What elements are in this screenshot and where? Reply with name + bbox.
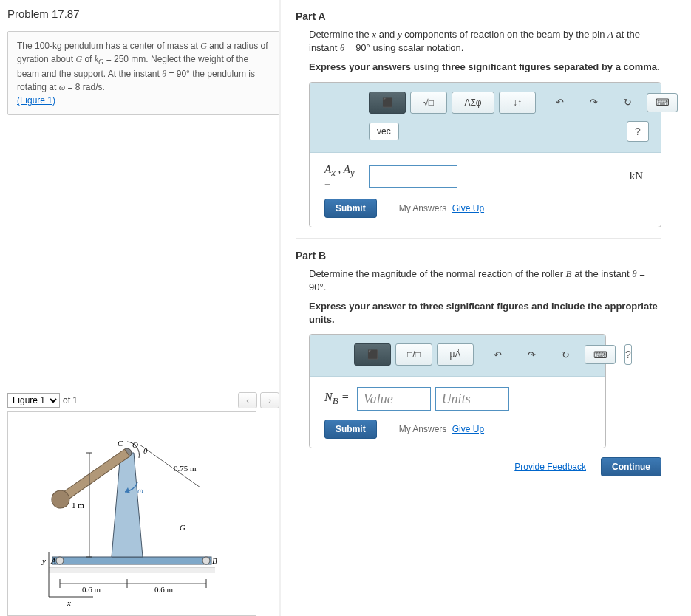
templates-button-b[interactable]: ⬛ [354, 343, 391, 366]
part-b-label: Part B [296, 250, 661, 261]
fig-label-arm: 0.75 m [174, 464, 197, 473]
units-button[interactable]: μÅ [437, 343, 474, 366]
reset-button[interactable]: ↻ [613, 94, 642, 112]
part-a-submit-button[interactable]: Submit [324, 199, 377, 218]
redo-button[interactable]: ↷ [579, 94, 608, 112]
figure-next-button[interactable]: › [260, 392, 279, 408]
help-button[interactable]: ? [627, 121, 649, 142]
svg-rect-2 [52, 557, 211, 564]
sqrt-button[interactable]: √□ [410, 92, 447, 114]
problem-text: The 100-kg pendulum has a center of mass… [17, 41, 268, 92]
fig-label-a: A [50, 556, 56, 565]
part-b-answer-box: ⬛ □/□ μÅ ↶ ↷ ↻ ⌨ ? NB = Value Units Subm… [309, 334, 606, 448]
provide-feedback-link[interactable]: Provide Feedback [514, 462, 586, 472]
keyboard-button[interactable]: ⌨ [647, 93, 678, 112]
fig-label-g: G [180, 523, 185, 532]
svg-rect-1 [49, 567, 215, 573]
figure-link[interactable]: (Figure 1) [17, 95, 55, 106]
figure-selector[interactable]: Figure 1 [7, 393, 60, 408]
figure-count: of 1 [63, 395, 78, 405]
fig-label-b: B [212, 556, 217, 565]
figure-canvas: C O θ ω 0.75 m 1 m G y A B 0.6 m 0.6 m x [7, 411, 256, 616]
part-b-eq-label: NB = [324, 391, 350, 407]
fig-label-o: O [132, 440, 138, 449]
problem-title: Problem 17.87 [7, 7, 279, 20]
undo-button[interactable]: ↶ [545, 94, 574, 112]
fig-label-y: y [41, 556, 46, 565]
fig-label-rightbase: 0.6 m [154, 585, 174, 594]
templates-button[interactable]: ⬛ [369, 92, 406, 114]
fig-label-leftbase: 0.6 m [82, 585, 101, 594]
part-b-value-input[interactable]: Value [357, 387, 431, 411]
part-b-giveup-link[interactable]: Give Up [452, 424, 484, 434]
part-a-answer-input[interactable] [369, 165, 457, 188]
svg-point-8 [56, 557, 64, 564]
part-b-instruction: Express your answer to three significant… [309, 300, 661, 326]
part-b-prompt: Determine the magnitude of the normal re… [309, 267, 661, 294]
fig-label-x: x [67, 598, 71, 607]
greek-button[interactable]: ΑΣφ [452, 92, 494, 114]
fig-label-theta: θ [143, 446, 148, 455]
part-a-giveup-link[interactable]: Give Up [452, 203, 484, 213]
problem-statement: The 100-kg pendulum has a center of mass… [7, 31, 279, 115]
continue-button[interactable]: Continue [601, 457, 661, 476]
part-b-units-input[interactable]: Units [435, 387, 509, 411]
fig-label-omega: ω [137, 486, 143, 495]
fig-label-h: 1 m [72, 501, 84, 510]
part-a-answer-box: ⬛ √□ ΑΣφ ↓↑ ↶ ↷ ↻ ⌨ vec ? Ax [309, 82, 661, 227]
svg-point-9 [202, 557, 210, 564]
part-a-label: Part A [296, 10, 661, 22]
part-a-prompt: Determine the x and y components of reac… [309, 28, 661, 55]
redo-button-b[interactable]: ↷ [517, 346, 546, 363]
help-button-b[interactable]: ? [624, 344, 632, 365]
updown-button[interactable]: ↓↑ [499, 92, 536, 114]
part-a-answer-links: My Answers Give Up [399, 203, 484, 213]
part-a-instruction: Express your answers using three signifi… [309, 61, 661, 74]
part-a-unit: kN [630, 170, 643, 182]
reset-button-b[interactable]: ↻ [551, 346, 580, 363]
svg-marker-3 [112, 453, 143, 557]
part-b-answer-links: My Answers Give Up [399, 424, 484, 434]
undo-button-b[interactable]: ↶ [483, 346, 512, 363]
frac-button[interactable]: □/□ [395, 343, 432, 366]
part-a-eq-label: Ax , Ay = [324, 163, 369, 190]
vec-button[interactable]: vec [369, 123, 399, 140]
keyboard-button-b[interactable]: ⌨ [585, 345, 616, 364]
part-b-submit-button[interactable]: Submit [324, 420, 377, 439]
fig-label-c: C [118, 439, 123, 448]
figure-prev-button[interactable]: ‹ [238, 392, 257, 408]
